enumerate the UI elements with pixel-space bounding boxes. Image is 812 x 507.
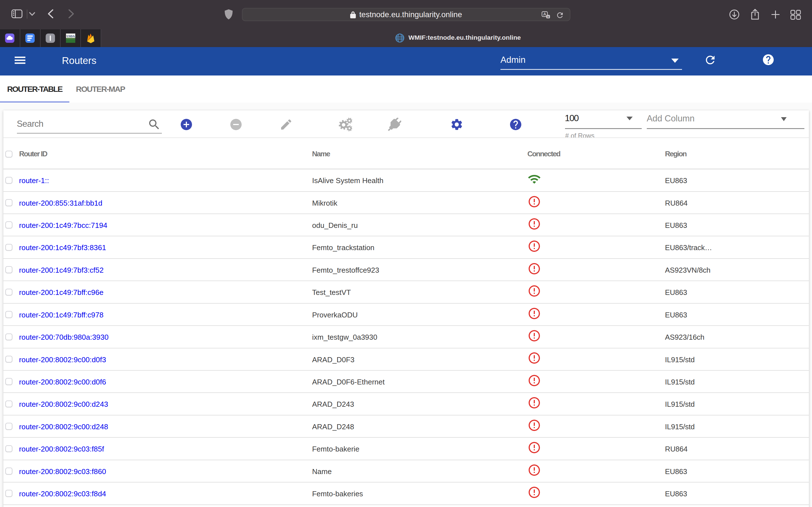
svg-text:x: x (547, 15, 549, 18)
svg-text:A: A (543, 11, 546, 16)
svg-text:USDA: USDA (66, 34, 75, 38)
